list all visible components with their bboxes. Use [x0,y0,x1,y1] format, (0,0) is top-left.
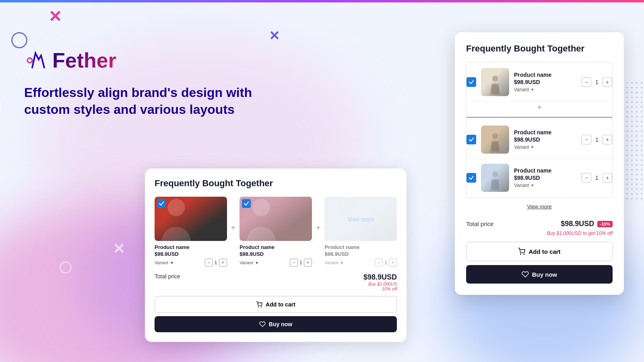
product-main-row-1: Product name $98.9USD Variant ▼ − 1 + [466,63,612,101]
qty-minus-2[interactable]: − [290,259,298,267]
cb-main-1[interactable] [466,77,476,87]
qty-minus-3[interactable]: − [375,259,383,267]
qty-plus-main-2[interactable]: + [603,135,612,144]
svg-point-5 [258,306,258,307]
svg-point-3 [253,199,270,216]
cb-main-3[interactable] [466,173,476,183]
discount-text-bottom2: 10% off [363,286,397,291]
qty-minus-main-1[interactable]: − [582,77,591,87]
qty-minus-main-2[interactable]: − [582,135,591,144]
product-main-row-3: Product name $98.9USD Variant ▼ − 1 + [466,159,612,197]
svg-rect-12 [491,179,499,190]
qty-controls-main-2: − 1 + [582,135,612,144]
variant-row-2: Variant ▼ − 1 + [239,259,312,267]
btn-buy-main[interactable]: Buy now [466,265,613,284]
variant-row-main-3: Variant ▼ [514,183,577,188]
card-main: Frequently Bought Together Product name … [455,32,624,295]
discount-note-main: Buy $1,000USD to get 10% off [466,230,613,236]
qty-controls-main-1: − 1 + [582,77,612,87]
logo-area: Fether [24,48,258,72]
product-img-2 [239,197,312,241]
qty-plus-1[interactable]: + [219,259,227,267]
product-thumb-1 [481,68,509,96]
total-price-bottom: $98.9USD [363,273,397,282]
btn-add-cart-bottom[interactable]: Add to cart [155,296,397,313]
svg-rect-8 [491,84,499,94]
product-price-main-3: $98.9USD [514,175,577,181]
product-name-1: Product name [155,244,227,250]
divider-1 [466,117,612,117]
tagline: Effortlessly align brand's design with c… [24,84,258,118]
product-name-main-3: Product name [514,167,577,174]
product-info-3: Product name $98.9USD Variant ▼ [514,167,577,188]
card-bottom-title: Frequently Bought Together [155,178,397,189]
total-label-main: Total price [466,220,493,227]
deco-cross-pink: ✕ [48,7,62,26]
plus-between-1: + [231,223,236,232]
qty-controls-3: − 1 + [375,259,397,267]
product-name-3: Product name [324,244,397,250]
product-img-1 [155,197,227,241]
plus-between-2: + [316,223,321,232]
svg-point-13 [520,254,521,255]
product-price-1: $98.9USD [155,251,227,257]
btn-buy-main-label: Buy now [532,271,557,278]
qty-minus-1[interactable]: − [205,259,213,267]
svg-point-6 [261,306,262,307]
product-price-3: $98.9USD [324,251,397,257]
qty-minus-main-3[interactable]: − [582,173,591,183]
product-name-main-2: Product name [514,129,577,136]
total-label-bottom: Total price [155,273,180,280]
variant-row-3: Variant ▼ − 1 + [324,259,397,267]
products-row-bottom: Product name $98.9USD Variant ▼ − 1 + + [155,197,397,267]
total-price-area: $98.9USD -10% [561,220,613,228]
bottom-btns: Add to cart Buy now [155,296,397,332]
tagline-line2: custom styles and various layouts [24,101,258,118]
logo-icon [24,48,48,72]
product-thumb-3 [481,164,509,192]
variant-row-main-2: Variant ▼ [514,144,577,150]
cb-main-2[interactable] [466,135,476,144]
svg-rect-10 [491,141,499,152]
product-item-1: Product name $98.9USD Variant ▼ − 1 + [155,197,227,267]
product-img-3: View more [324,197,397,241]
products-section-main: Product name $98.9USD Variant ▼ − 1 + + [466,62,613,198]
product-price-main-1: $98.9USD [514,79,577,85]
view-more-link[interactable]: View more [527,204,551,210]
product-main-row-2: Product name $98.9USD Variant ▼ − 1 + [466,121,612,159]
product-thumb-2 [481,125,509,154]
logo-text: Fether [52,48,116,72]
card-bottom: Frequently Bought Together Product name … [145,169,407,342]
view-more-overlay[interactable]: View more [348,216,374,222]
main-btns: Add to cart Buy now [466,242,613,284]
qty-plus-main-1[interactable]: + [603,77,612,87]
btn-buy-now-bottom[interactable]: Buy now [155,316,397,332]
qty-plus-main-3[interactable]: + [603,173,612,183]
plus-between-main-1: + [466,101,612,114]
product-name-main-1: Product name [514,72,577,78]
product-info-2: Product name $98.9USD Variant ▼ [514,129,577,150]
variant-row-main-1: Variant ▼ [514,87,577,93]
svg-point-2 [167,199,185,216]
btn-add-main-label: Add to cart [528,248,560,255]
discount-badge: -10% [597,221,613,227]
product-item-2: Product name $98.9USD Variant ▼ − 1 + [239,197,312,267]
qty-plus-3[interactable]: + [389,259,397,267]
qty-plus-2[interactable]: + [304,259,312,267]
card-main-title: Frequently Bought Together [466,43,613,54]
product-info-1: Product name $98.9USD Variant ▼ [514,72,577,93]
discount-text-bottom: Buy $1,000US [363,282,397,286]
svg-point-4 [338,199,355,216]
tagline-line1: Effortlessly align brand's design with [24,84,258,101]
deco-circle-white [60,261,72,274]
view-more-main: View more [466,198,613,215]
product-name-2: Product name [239,244,312,250]
qty-controls-1: − 1 + [205,259,227,267]
svg-point-9 [492,133,498,139]
total-price-main: $98.9USD [561,220,594,228]
product-price-2: $98.9USD [239,251,312,257]
product-item-3: View more Product name $98.9USD Variant … [324,197,397,267]
qty-controls-2: − 1 + [290,259,312,267]
btn-add-main[interactable]: Add to cart [466,242,613,261]
qty-controls-main-3: − 1 + [582,173,612,183]
